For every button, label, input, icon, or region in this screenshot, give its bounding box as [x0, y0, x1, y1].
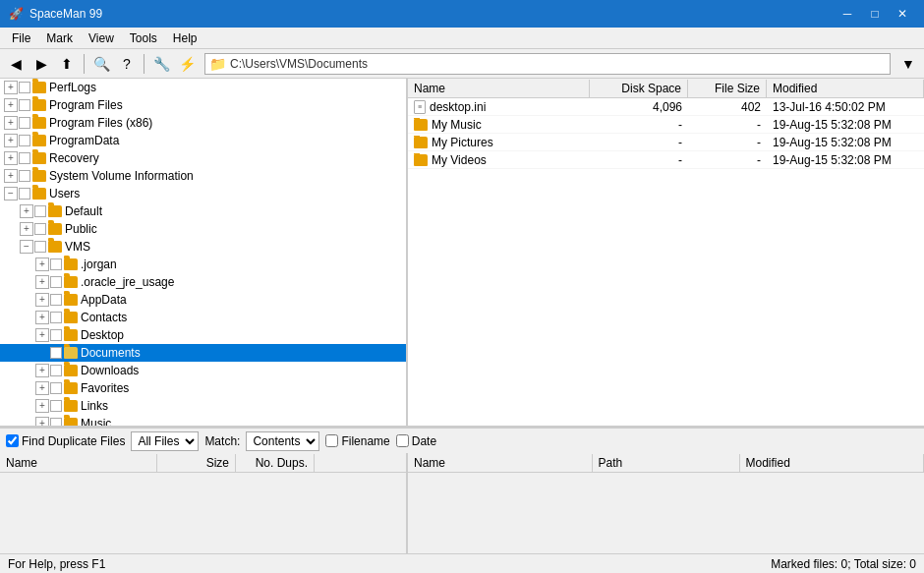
- tree-checkbox-documents[interactable]: [50, 347, 62, 359]
- tree-item-oracle[interactable]: +.oracle_jre_usage: [0, 273, 406, 291]
- menu-file[interactable]: File: [4, 29, 38, 47]
- tree-checkbox-systemVolume[interactable]: [19, 170, 30, 182]
- tree-label-contacts: Contacts: [81, 311, 127, 324]
- tree-expander-downloads[interactable]: +: [35, 364, 49, 377]
- tree-checkbox-music[interactable]: [50, 418, 62, 426]
- toolbar-btn-help[interactable]: ?: [115, 52, 139, 76]
- tree-checkbox-programFilesX86[interactable]: [19, 117, 30, 129]
- tree-item-appData[interactable]: +AppData: [0, 291, 406, 309]
- toolbar-btn-go[interactable]: ▼: [896, 52, 920, 76]
- tree-item-contacts[interactable]: +Contacts: [0, 309, 406, 326]
- menu-view[interactable]: View: [81, 29, 122, 47]
- find-duplicate-checkbox-group[interactable]: Find Duplicate Files: [6, 434, 125, 448]
- tree-checkbox-contacts[interactable]: [50, 312, 62, 323]
- toolbar-btn-3[interactable]: ⬆: [55, 52, 79, 76]
- tree-expander-vms[interactable]: −: [20, 240, 33, 254]
- tree-checkbox-downloads[interactable]: [50, 365, 62, 376]
- tree-item-users[interactable]: −Users: [0, 185, 406, 202]
- tree-expander-oracle[interactable]: +: [35, 275, 49, 289]
- tree-expander-programFiles[interactable]: +: [4, 98, 18, 112]
- tree-checkbox-perfLogs[interactable]: [19, 82, 30, 93]
- folder-icon-recovery: [32, 152, 46, 164]
- toolbar-btn-2[interactable]: ▶: [29, 52, 53, 76]
- tree-item-links[interactable]: +Links: [0, 397, 406, 415]
- tree-checkbox-public[interactable]: [34, 223, 46, 235]
- toolbar-btn-1[interactable]: ◀: [4, 52, 28, 76]
- tree-checkbox-default[interactable]: [34, 205, 46, 217]
- tree-item-jorgan[interactable]: +.jorgan: [0, 256, 406, 273]
- tree-expander-contacts[interactable]: +: [35, 311, 49, 324]
- tree-expander-programFilesX86[interactable]: +: [4, 116, 18, 130]
- filename-checkbox-group[interactable]: Filename: [325, 434, 389, 448]
- filename-checkbox[interactable]: [325, 434, 338, 447]
- tree-item-desktop[interactable]: +Desktop: [0, 326, 406, 344]
- menu-mark[interactable]: Mark: [38, 29, 81, 47]
- file-modified: 19-Aug-15 5:32:08 PM: [767, 153, 924, 167]
- tree-item-favorites[interactable]: +Favorites: [0, 379, 406, 397]
- bottom-panels: Name Size No. Dups. Name Path Modified: [0, 453, 924, 553]
- tree-expander-desktop[interactable]: +: [35, 328, 49, 342]
- tree-expander-appData[interactable]: +: [35, 293, 49, 307]
- tree-item-programData[interactable]: +ProgramData: [0, 132, 406, 149]
- date-checkbox[interactable]: [396, 434, 409, 447]
- tree-expander-perfLogs[interactable]: +: [4, 81, 18, 94]
- find-duplicate-label: Find Duplicate Files: [22, 434, 125, 448]
- tree-checkbox-programData[interactable]: [19, 135, 30, 146]
- menu-help[interactable]: Help: [165, 29, 205, 47]
- file-row[interactable]: My Videos--19-Aug-15 5:32:08 PM: [408, 151, 924, 169]
- address-bar[interactable]: 📁 C:\Users\VMS\Documents: [204, 53, 891, 75]
- file-name-text: My Pictures: [432, 136, 493, 149]
- file-row[interactable]: My Pictures--19-Aug-15 5:32:08 PM: [408, 134, 924, 151]
- minimize-button[interactable]: ─: [834, 0, 861, 28]
- tree-expander-default[interactable]: +: [20, 204, 33, 218]
- tree-item-systemVolume[interactable]: +System Volume Information: [0, 167, 406, 185]
- close-button[interactable]: ✕: [889, 0, 916, 28]
- tree-item-programFiles[interactable]: +Program Files: [0, 96, 406, 114]
- tree-expander-systemVolume[interactable]: +: [4, 169, 18, 183]
- tree-item-documents[interactable]: Documents: [0, 344, 406, 362]
- tree-item-default[interactable]: +Default: [0, 202, 406, 220]
- tree-expander-public[interactable]: +: [20, 222, 33, 236]
- toolbar-btn-5[interactable]: 🔧: [149, 52, 173, 76]
- menu-tools[interactable]: Tools: [122, 29, 165, 47]
- tree-item-public[interactable]: +Public: [0, 220, 406, 238]
- tree-label-desktop: Desktop: [81, 328, 124, 342]
- tree-checkbox-jorgan[interactable]: [50, 258, 62, 270]
- tree-item-perfLogs[interactable]: +PerfLogs: [0, 79, 406, 96]
- tree-checkbox-programFiles[interactable]: [19, 99, 30, 111]
- file-header: Name Disk Space File Size Modified: [408, 79, 924, 98]
- tree-expander-favorites[interactable]: +: [35, 381, 49, 395]
- tree-expander-links[interactable]: +: [35, 399, 49, 413]
- tree-item-vms[interactable]: −VMS: [0, 238, 406, 256]
- match-dropdown[interactable]: Contents: [246, 431, 319, 451]
- tree-expander-users[interactable]: −: [4, 187, 18, 201]
- tree-item-recovery[interactable]: +Recovery: [0, 149, 406, 167]
- tree-expander-programData[interactable]: +: [4, 134, 18, 147]
- toolbar-btn-scan[interactable]: 🔍: [89, 52, 113, 76]
- all-files-dropdown[interactable]: All Files: [131, 431, 199, 451]
- tree-checkbox-desktop[interactable]: [50, 329, 62, 341]
- tree-checkbox-oracle[interactable]: [50, 276, 62, 288]
- filename-label: Filename: [341, 434, 389, 448]
- tree-expander-music[interactable]: +: [35, 417, 49, 426]
- file-row-name: My Videos: [408, 153, 590, 167]
- tree-item-music[interactable]: +Music: [0, 415, 406, 426]
- find-duplicate-checkbox[interactable]: [6, 434, 19, 447]
- tree-item-programFilesX86[interactable]: +Program Files (x86): [0, 114, 406, 132]
- tree-item-downloads[interactable]: +Downloads: [0, 362, 406, 379]
- date-checkbox-group[interactable]: Date: [396, 434, 436, 448]
- col-header-modified: Modified: [767, 80, 924, 97]
- tree-checkbox-users[interactable]: [19, 188, 30, 200]
- tree-expander-jorgan[interactable]: +: [35, 258, 49, 271]
- toolbar-btn-6[interactable]: ⚡: [175, 52, 199, 76]
- file-row[interactable]: My Music--19-Aug-15 5:32:08 PM: [408, 116, 924, 134]
- tree-pane[interactable]: +PerfLogs+Program Files+Program Files (x…: [0, 79, 408, 426]
- tree-checkbox-links[interactable]: [50, 400, 62, 412]
- tree-checkbox-recovery[interactable]: [19, 152, 30, 164]
- maximize-button[interactable]: □: [861, 0, 889, 28]
- file-row[interactable]: ≡desktop.ini4,09640213-Jul-16 4:50:02 PM: [408, 98, 924, 116]
- tree-expander-recovery[interactable]: +: [4, 151, 18, 165]
- tree-checkbox-appData[interactable]: [50, 294, 62, 306]
- tree-checkbox-favorites[interactable]: [50, 382, 62, 394]
- tree-checkbox-vms[interactable]: [34, 241, 46, 253]
